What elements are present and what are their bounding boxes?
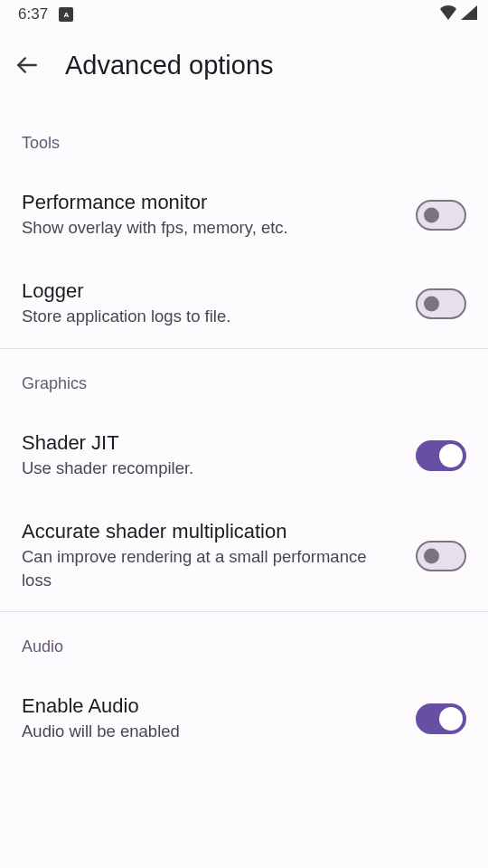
section-header-graphics: Graphics <box>0 374 488 393</box>
setting-title: Performance monitor <box>22 191 394 214</box>
setting-title: Shader JIT <box>22 431 394 455</box>
performance-monitor-switch[interactable] <box>416 200 466 231</box>
setting-title: Logger <box>22 279 394 303</box>
setting-shader-jit[interactable]: Shader JIT Use shader recompiler. <box>0 411 488 500</box>
setting-logger[interactable]: Logger Store application logs to file. <box>0 259 488 348</box>
app-bar: Advanced options <box>0 29 488 101</box>
enable-audio-switch[interactable] <box>416 703 466 734</box>
setting-subtitle: Show overlay with fps, memory, etc. <box>22 216 394 240</box>
accurate-shader-switch[interactable] <box>416 541 466 571</box>
wifi-icon <box>439 5 457 24</box>
setting-subtitle: Audio will be enabled <box>22 720 394 743</box>
cell-signal-icon <box>461 5 477 24</box>
setting-subtitle: Store application logs to file. <box>22 305 394 328</box>
status-bar: 6:37 A <box>0 0 488 29</box>
status-clock: 6:37 <box>18 5 48 24</box>
setting-enable-audio[interactable]: Enable Audio Audio will be enabled <box>0 675 488 763</box>
page-title: Advanced options <box>65 51 274 80</box>
settings-content: Tools Performance monitor Show overlay w… <box>0 101 488 763</box>
setting-subtitle: Can improve rendering at a small perform… <box>22 545 394 592</box>
setting-title: Enable Audio <box>22 694 394 718</box>
section-header-tools: Tools <box>0 134 488 153</box>
setting-subtitle: Use shader recompiler. <box>22 457 394 480</box>
app-indicator-icon: A <box>59 7 73 22</box>
section-header-audio: Audio <box>0 637 488 656</box>
setting-title: Accurate shader multiplication <box>22 520 394 543</box>
setting-performance-monitor[interactable]: Performance monitor Show overlay with fp… <box>0 171 488 259</box>
setting-accurate-shader-multiplication[interactable]: Accurate shader multiplication Can impro… <box>0 500 488 612</box>
shader-jit-switch[interactable] <box>416 440 466 471</box>
back-arrow-icon[interactable] <box>14 52 40 78</box>
logger-switch[interactable] <box>416 288 466 319</box>
